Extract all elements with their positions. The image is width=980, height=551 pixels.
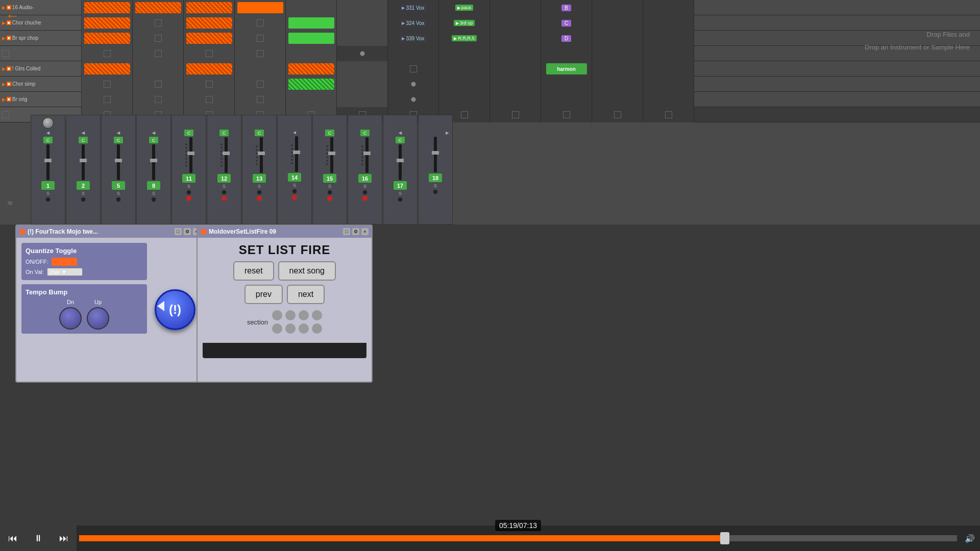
tempo-dn-knob[interactable]	[59, 307, 82, 330]
harmon-cell[interactable]: harmon	[541, 61, 592, 77]
pan-center-btn[interactable]: C	[79, 137, 88, 143]
checkbox[interactable]	[206, 96, 213, 103]
checkbox[interactable]	[410, 65, 417, 72]
checkbox[interactable]	[155, 19, 162, 27]
clip[interactable]	[288, 63, 334, 74]
section-dot-7[interactable]	[299, 323, 309, 334]
section-dot-1[interactable]	[272, 310, 282, 320]
fader-handle[interactable]	[223, 152, 230, 155]
pan-center-btn[interactable]: C	[396, 137, 405, 143]
action-cell[interactable]: D	[541, 31, 592, 46]
pan-center-btn[interactable]: C	[360, 130, 370, 136]
solo-btn[interactable]: S	[258, 184, 261, 189]
checkbox[interactable]	[257, 35, 264, 42]
key-btn[interactable]: B	[561, 5, 571, 11]
clip[interactable]	[186, 33, 232, 44]
action-cell[interactable]: ▶ 3rd up	[439, 15, 490, 31]
clip[interactable]	[84, 33, 130, 44]
fader-handle[interactable]	[187, 152, 194, 155]
track-cell[interactable]	[82, 61, 133, 77]
section-dot-2[interactable]	[285, 310, 296, 320]
track-cell[interactable]	[184, 31, 235, 46]
mute-btn[interactable]	[292, 189, 297, 194]
action-btn[interactable]: ▶ paus	[455, 5, 474, 11]
mute-btn[interactable]	[433, 189, 438, 194]
track-cell[interactable]	[286, 77, 337, 92]
fader-track[interactable]	[82, 144, 85, 180]
fader-track[interactable]	[152, 144, 155, 180]
progress-bar-container[interactable]: 05:19/07:13	[79, 535, 957, 541]
pan-center-btn[interactable]: C	[114, 137, 123, 143]
track-cell[interactable]	[82, 31, 133, 46]
checkbox[interactable]	[206, 81, 213, 88]
fader-track[interactable]	[330, 137, 333, 173]
clip[interactable]	[186, 17, 232, 29]
harmon-clip[interactable]: harmon	[546, 63, 587, 74]
fader-handle[interactable]	[80, 159, 87, 162]
clip[interactable]	[84, 2, 130, 13]
fader-track[interactable]	[225, 137, 228, 173]
solo-btn[interactable]: S	[82, 191, 85, 196]
solo-btn[interactable]: S	[399, 191, 402, 196]
checkbox[interactable]	[155, 35, 162, 42]
plugin-close-btn[interactable]: ×	[361, 228, 369, 235]
fader-track[interactable]	[189, 137, 192, 173]
section-dot-4[interactable]	[312, 310, 322, 320]
checkbox[interactable]	[257, 50, 264, 57]
fader-track[interactable]	[260, 137, 263, 173]
plugin-collapse-btn[interactable]: □	[343, 228, 350, 235]
solo-btn[interactable]: S	[223, 184, 226, 189]
next-btn[interactable]: next	[287, 285, 325, 304]
fader-track[interactable]	[399, 144, 402, 180]
solo-btn[interactable]: S	[328, 184, 331, 189]
onoff-indicator[interactable]	[52, 258, 77, 266]
track-cell[interactable]	[235, 0, 286, 15]
solo-btn[interactable]: S	[152, 191, 155, 196]
fader-track[interactable]	[295, 136, 298, 172]
track-cell[interactable]	[184, 61, 235, 77]
action-cell[interactable]: B	[541, 0, 592, 15]
rec-btn[interactable]	[292, 195, 297, 200]
key-btn[interactable]: C	[561, 20, 571, 27]
mute-btn[interactable]	[186, 190, 191, 195]
track-cell[interactable]	[184, 15, 235, 31]
checkbox[interactable]	[104, 50, 111, 57]
mute-btn[interactable]	[222, 190, 227, 195]
back-arrow-btn[interactable]: ←	[5, 8, 19, 24]
mute-btn[interactable]	[45, 197, 51, 202]
pan-center-btn[interactable]: C	[184, 130, 193, 136]
onval-dropdown[interactable]: 1bar ▼	[47, 268, 83, 276]
pause-btn[interactable]: ⏸	[26, 525, 51, 551]
section-dot-6[interactable]	[285, 323, 296, 334]
action-cell[interactable]: ▶ R,R,R,5	[439, 31, 490, 46]
action-btn[interactable]: ▶ 3rd up	[454, 20, 475, 26]
pan-center-btn[interactable]: C	[255, 130, 264, 136]
rec-btn[interactable]	[222, 196, 227, 201]
checkbox[interactable]	[2, 50, 9, 57]
checkbox[interactable]	[104, 81, 111, 88]
skip-back-btn[interactable]: ⏮	[0, 525, 26, 551]
mute-btn[interactable]	[327, 190, 332, 195]
mute-btn[interactable]	[81, 197, 86, 202]
track-play-icon[interactable]: ▶	[2, 97, 6, 102]
mute-btn[interactable]	[398, 197, 403, 202]
fader-handle[interactable]	[397, 159, 404, 162]
plugin-collapse-btn[interactable]: □	[175, 228, 182, 235]
fader-handle[interactable]	[115, 159, 122, 162]
clip[interactable]	[186, 63, 232, 74]
track-cell[interactable]	[286, 15, 337, 31]
checkbox[interactable]	[206, 50, 213, 57]
solo-btn[interactable]: S	[117, 191, 120, 196]
clip[interactable]	[135, 2, 181, 13]
clip[interactable]	[84, 17, 130, 29]
rec-btn[interactable]	[327, 196, 332, 201]
solo-btn[interactable]: S	[293, 183, 296, 188]
plugin-settings-btn[interactable]: ⚙	[184, 228, 191, 235]
checkbox[interactable]	[155, 96, 162, 103]
reset-btn[interactable]: reset	[233, 261, 274, 281]
mute-btn[interactable]	[257, 190, 262, 195]
solo-btn[interactable]: S	[46, 191, 50, 196]
fader-track[interactable]	[46, 144, 50, 180]
action-cell[interactable]: C	[541, 15, 592, 31]
fader-track[interactable]	[434, 137, 437, 172]
